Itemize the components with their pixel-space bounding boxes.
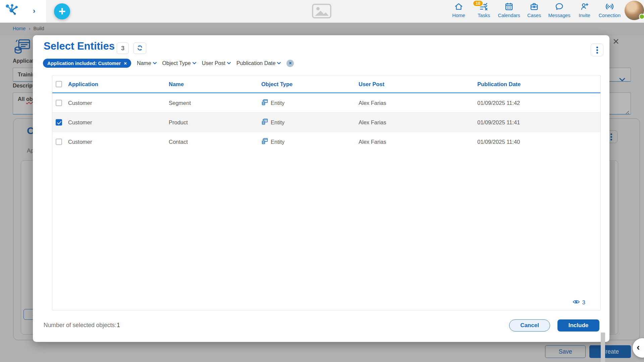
select-all-checkbox[interactable] <box>56 81 62 87</box>
nav-item-home[interactable]: Home <box>446 2 471 18</box>
message-bubble-icon <box>555 2 564 11</box>
nav-item-cases[interactable]: Cases <box>522 2 547 18</box>
selected-objects-count: 1 <box>117 322 120 329</box>
chevron-down-icon <box>277 62 281 64</box>
select-entities-dialog: Select Entities 3 Application included: … <box>33 35 609 342</box>
eye-icon <box>573 299 580 306</box>
table-row[interactable]: Customer Product Entity Alex Farias 01/0… <box>52 113 600 132</box>
user-avatar[interactable] <box>625 1 644 20</box>
column-header-name[interactable]: Name <box>169 81 184 87</box>
visible-rows-indicator: 3 <box>573 299 585 306</box>
image-placeholder-icon <box>312 4 331 18</box>
chevron-down-icon <box>153 62 157 64</box>
page-content: Home › Build Applicat Trainin Descript A… <box>0 23 644 362</box>
filter-dropdown-user-post[interactable]: User Post <box>202 60 231 66</box>
app-logo-icon <box>5 3 19 17</box>
entities-table: Application Name Object Type User Post P… <box>52 75 601 310</box>
selected-objects-label: Number of selected objects: <box>44 322 116 329</box>
clear-filters-button[interactable]: × <box>286 60 294 67</box>
table-header-row: Application Name Object Type User Post P… <box>52 75 600 93</box>
close-icon[interactable]: × <box>613 37 619 46</box>
connection-signal-icon <box>605 2 614 11</box>
column-header-application[interactable]: Application <box>68 81 98 87</box>
nav-item-calendars[interactable]: Calendars <box>496 2 522 18</box>
sidebar-expand-chevron-icon[interactable]: › <box>33 7 38 13</box>
briefcase-icon <box>530 2 539 11</box>
calendar-icon <box>504 2 514 11</box>
filter-dropdown-publication-date[interactable]: Publication Date <box>236 60 281 66</box>
table-row[interactable]: Customer Contact Entity Alex Farias 01/0… <box>52 132 600 152</box>
entity-icon <box>261 99 268 107</box>
sidebar-header: › <box>0 0 46 22</box>
row-checkbox[interactable] <box>56 139 62 145</box>
entity-icon <box>261 138 268 146</box>
nav-item-invite[interactable]: Invite <box>572 2 597 18</box>
home-icon <box>454 2 463 11</box>
cancel-button[interactable]: Cancel <box>509 319 550 331</box>
online-status-dot <box>639 14 644 19</box>
row-checkbox[interactable] <box>56 119 62 125</box>
nav-item-tasks[interactable]: 10 Tasks <box>471 2 496 18</box>
column-header-object-type[interactable]: Object Type <box>261 81 292 87</box>
column-header-user-post[interactable]: User Post <box>359 81 384 87</box>
filter-dropdown-object-type[interactable]: Object Type <box>162 60 196 66</box>
row-checkbox[interactable] <box>56 100 62 106</box>
results-count-badge: 3 <box>117 43 129 54</box>
top-bar: › + Home <box>0 0 644 23</box>
active-filter-chip[interactable]: Application included: Customer × <box>43 59 131 68</box>
include-button[interactable]: Include <box>557 319 599 331</box>
table-row[interactable]: Customer Segment Entity Alex Farias 01/0… <box>52 93 600 113</box>
invite-person-icon <box>580 2 589 11</box>
chevron-down-icon <box>227 62 231 64</box>
column-header-publication-date[interactable]: Publication Date <box>477 81 521 87</box>
remove-filter-icon[interactable]: × <box>124 61 127 66</box>
nav-item-conection[interactable]: Conection <box>597 2 622 18</box>
nav-item-messages[interactable]: Messages <box>547 2 572 18</box>
dialog-menu-button[interactable] <box>591 44 603 56</box>
tasks-count-badge: 10 <box>473 0 483 7</box>
add-button[interactable]: + <box>54 3 70 19</box>
refresh-button[interactable] <box>133 43 146 54</box>
filter-bar: Application included: Customer × Name Ob… <box>43 59 294 68</box>
scrollbar-thumb[interactable] <box>601 333 605 362</box>
refresh-icon <box>136 44 144 53</box>
top-navigation: Home 10 Tasks <box>446 2 622 18</box>
filter-dropdown-name[interactable]: Name <box>137 60 157 66</box>
tasks-icon: 10 <box>479 2 488 11</box>
entity-icon <box>261 118 268 126</box>
dialog-title: Select Entities <box>44 40 115 52</box>
chevron-down-icon <box>193 62 196 64</box>
